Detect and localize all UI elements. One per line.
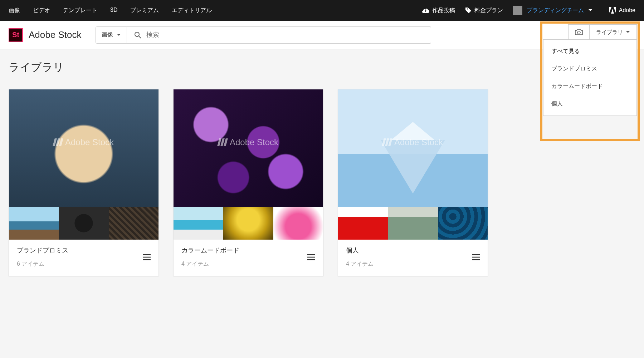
thumb: [174, 207, 223, 240]
search-box[interactable]: [127, 26, 431, 44]
search-input[interactable]: [146, 31, 424, 39]
card-cover: Adobe Stock: [9, 89, 158, 240]
user-name: ブランディングチーム: [527, 7, 584, 14]
upload-link[interactable]: 作品投稿: [422, 7, 455, 14]
thumb: [273, 207, 323, 240]
adobe-logo-icon: [218, 138, 227, 146]
nav-premium[interactable]: プレミアム: [130, 7, 159, 14]
cover-image: Adobe Stock: [9, 89, 158, 207]
library-card[interactable]: Adobe Stock ブランドプロミス 6 アイテム: [9, 89, 159, 276]
thumb: [223, 207, 273, 240]
thumb-strip: [9, 207, 158, 240]
filter-label: 画像: [102, 31, 113, 39]
hamburger-icon: [143, 254, 151, 260]
tag-icon: [465, 7, 472, 14]
thumb: [9, 207, 59, 240]
nav-editorial[interactable]: エディトリアル: [172, 7, 212, 14]
nav-3d[interactable]: 3D: [110, 7, 117, 14]
nav-images[interactable]: 画像: [9, 7, 20, 14]
library-menu-button[interactable]: ライブラリ: [590, 25, 636, 40]
watermark: Adobe Stock: [54, 137, 114, 147]
library-card[interactable]: Adobe Stock 個人 4 アイテム: [338, 89, 488, 276]
card-meta: 4 アイテム: [346, 260, 480, 268]
hamburger-icon: [472, 254, 480, 260]
thumb-strip: [338, 207, 488, 240]
brand[interactable]: St Adobe Stock: [9, 28, 81, 42]
card-cover: Adobe Stock: [338, 89, 488, 240]
card-menu-button[interactable]: [304, 251, 318, 265]
upload-label: 作品投稿: [432, 7, 455, 14]
top-nav: 画像 ビデオ テンプレート 3D プレミアム エディトリアル 作品投稿 料金プラ…: [0, 0, 644, 21]
thumb: [388, 207, 438, 240]
page-title: ライブラリ: [9, 60, 635, 75]
svg-point-0: [135, 32, 139, 36]
dropdown-item-mood[interactable]: カラームードボード: [543, 78, 636, 95]
adobe-logo-icon: [54, 138, 62, 146]
card-cover: Adobe Stock: [174, 89, 323, 240]
card-title: 個人: [346, 246, 480, 255]
nav-templates[interactable]: テンプレート: [63, 7, 97, 14]
card-menu-button[interactable]: [140, 251, 153, 265]
nav-video[interactable]: ビデオ: [33, 7, 50, 14]
card-menu-button[interactable]: [469, 251, 483, 265]
svg-line-1: [139, 36, 141, 38]
plans-link[interactable]: 料金プラン: [465, 7, 503, 14]
card-title: カラームードボード: [181, 246, 315, 255]
dropdown-item-brand[interactable]: ブランドプロミス: [543, 60, 636, 78]
plans-label: 料金プラン: [474, 7, 503, 14]
adobe-link[interactable]: Adobe: [609, 7, 635, 14]
brand-badge: St: [9, 28, 23, 42]
dropdown-item-all[interactable]: すべて見る: [543, 43, 636, 60]
library-label: ライブラリ: [596, 29, 623, 36]
chevron-down-icon: [117, 33, 121, 37]
adobe-logo-icon: [609, 7, 616, 14]
user-menu[interactable]: ブランディングチーム: [513, 6, 592, 15]
search-icon: [134, 31, 141, 39]
hamburger-icon: [307, 254, 315, 260]
library-dropdown: すべて見る ブランドプロミス カラームードボード 個人: [543, 39, 637, 116]
cover-image: Adobe Stock: [174, 89, 323, 207]
thumb: [338, 207, 388, 240]
search-filter[interactable]: 画像: [96, 26, 127, 44]
svg-point-2: [577, 31, 580, 34]
visual-search-button[interactable]: [569, 25, 590, 40]
thumb: [438, 207, 488, 240]
chevron-down-icon: [588, 8, 592, 13]
adobe-label: Adobe: [619, 7, 635, 14]
cloud-upload-icon: [422, 8, 429, 13]
library-card[interactable]: Adobe Stock カラームードボード 4 アイテム: [173, 89, 323, 276]
thumb-strip: [174, 207, 323, 240]
chevron-down-icon: [626, 30, 630, 34]
thumb: [109, 207, 158, 240]
thumb: [59, 207, 108, 240]
cover-image: Adobe Stock: [338, 89, 488, 207]
dropdown-item-personal[interactable]: 個人: [543, 95, 636, 113]
avatar: [513, 6, 522, 15]
watermark: Adobe Stock: [218, 137, 278, 147]
card-title: ブランドプロミス: [17, 246, 151, 255]
header-tools: ライブラリ: [568, 24, 637, 40]
card-meta: 6 アイテム: [17, 260, 151, 268]
camera-icon: [575, 29, 583, 35]
brand-title: Adobe Stock: [29, 29, 81, 40]
card-meta: 4 アイテム: [181, 260, 315, 268]
sub-header: St Adobe Stock 画像 ライブラリ すべて見る ブランドプロミス: [0, 21, 644, 49]
library-cards: Adobe Stock ブランドプロミス 6 アイテム: [9, 89, 635, 276]
